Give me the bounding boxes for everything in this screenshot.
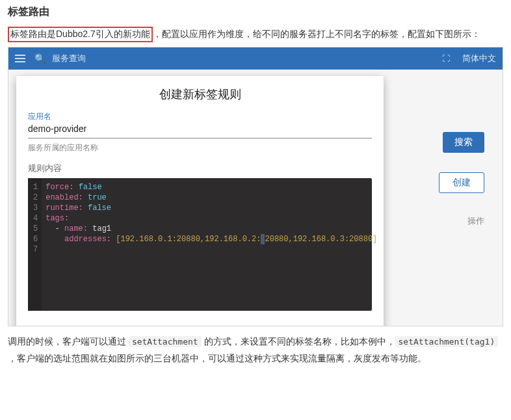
search-icon[interactable]: 🔍	[34, 53, 46, 64]
outro-b: 的方式，来设置不同的标签名称，比如本例中，	[202, 336, 395, 347]
code-line[interactable]: runtime: false	[46, 203, 377, 213]
app-name-input[interactable]: demo-provider	[28, 122, 372, 138]
app-name-hint: 服务所属的应用名称	[28, 142, 372, 153]
outro-paragraph: 调用的时候，客户端可以通过 setAttachment 的方式，来设置不同的标签…	[8, 333, 503, 367]
bg-ops-label: 操作	[467, 215, 484, 227]
doc-heading: 标签路由	[8, 5, 503, 19]
fullscreen-icon[interactable]: ⛶	[442, 54, 451, 63]
code-line[interactable]	[46, 244, 377, 255]
code-snippet-1: setAttachment	[129, 336, 202, 347]
code-line[interactable]: tags:	[46, 213, 377, 224]
intro-rest: ，配置以应用作为维度，给不同的服务器打上不同名字的标签，配置如下图所示：	[153, 29, 480, 39]
code-line[interactable]: - name: tag1	[46, 224, 377, 234]
admin-topbar: 🔍 服务查询 ⛶ 简体中文	[8, 47, 503, 70]
bg-create-button[interactable]: 创建	[439, 172, 484, 193]
highlighted-phrase: 标签路由是Dubbo2.7引入的新功能	[8, 27, 153, 42]
search-placeholder[interactable]: 服务查询	[52, 53, 86, 64]
code-line[interactable]: force: false	[46, 182, 377, 192]
intro-paragraph: 标签路由是Dubbo2.7引入的新功能，配置以应用作为维度，给不同的服务器打上不…	[8, 25, 503, 43]
outro-a: 调用的时候，客户端可以通过	[8, 336, 129, 347]
code-line[interactable]: addresses: [192.168.0.1:20880,192.168.0.…	[46, 234, 377, 244]
menu-icon[interactable]	[15, 55, 28, 62]
modal-title: 创建新标签规则	[16, 76, 384, 111]
outro-c: ，客户端的选址范围就在如图所示的三台机器中，可以通过这种方式来实现流量隔离，灰度…	[8, 353, 426, 363]
rule-content-label: 规则内容	[28, 163, 372, 174]
yaml-editor[interactable]: 1234567 force: falseenabled: trueruntime…	[28, 178, 372, 311]
app-name-label: 应用名	[28, 111, 372, 122]
language-selector[interactable]: 简体中文	[462, 53, 496, 64]
code-snippet-2: setAttachment(tag1)	[395, 336, 499, 347]
bg-search-button[interactable]: 搜索	[443, 132, 484, 153]
create-tag-rule-modal: 创建新标签规则 应用名 demo-provider 服务所属的应用名称 规则内容…	[16, 76, 384, 326]
admin-screenshot: 🔍 服务查询 ⛶ 简体中文 搜索 创建 操作 创建新标签规则 应用名 demo-…	[8, 47, 503, 326]
code-line[interactable]: enabled: true	[46, 192, 377, 203]
